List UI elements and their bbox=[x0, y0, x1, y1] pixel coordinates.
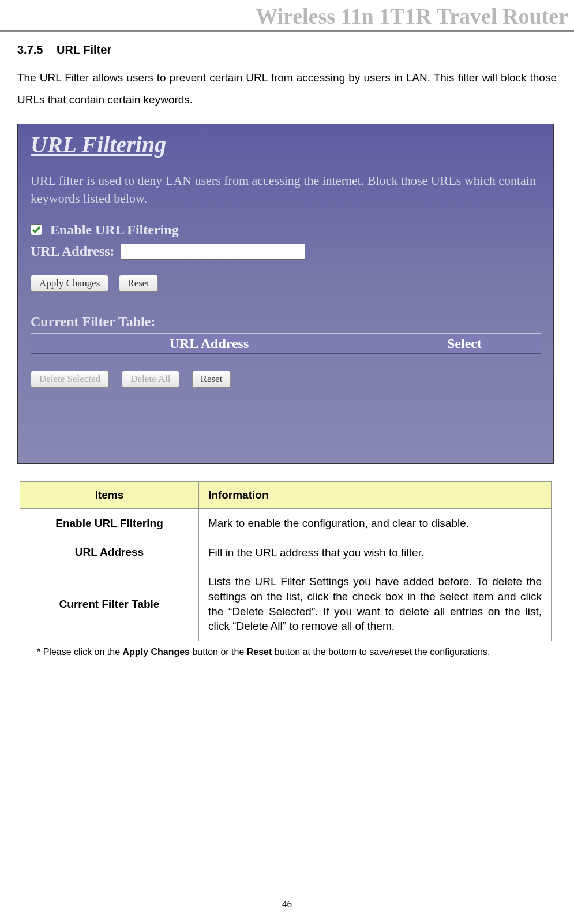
filter-th-url: URL Address bbox=[31, 334, 388, 353]
panel-title: URL Filtering bbox=[31, 131, 541, 158]
section-heading: 3.7.5 URL Filter bbox=[17, 43, 557, 57]
enable-filtering-checkbox[interactable] bbox=[31, 224, 42, 235]
filter-th-select: Select bbox=[388, 334, 541, 353]
table-row: URL Address Fill in the URL address that… bbox=[20, 538, 552, 567]
header-title: Wireless 11n 1T1R Travel Router bbox=[256, 4, 568, 28]
apply-changes-button[interactable]: Apply Changes bbox=[31, 275, 108, 292]
url-address-input[interactable] bbox=[121, 244, 305, 260]
item-name: Current Filter Table bbox=[20, 567, 199, 641]
item-info: Lists the URL Filter Settings you have a… bbox=[199, 567, 552, 641]
page-header: Wireless 11n 1T1R Travel Router bbox=[0, 0, 574, 32]
section-number: 3.7.5 bbox=[17, 43, 43, 57]
panel-description: URL filter is used to deny LAN users fro… bbox=[31, 172, 541, 208]
section-title: URL Filter bbox=[57, 43, 111, 56]
reset-button-2[interactable]: Reset bbox=[192, 371, 231, 388]
delete-all-button[interactable]: Delete All bbox=[122, 371, 179, 388]
reset-button[interactable]: Reset bbox=[119, 275, 158, 292]
footnote-mid: button or the bbox=[190, 647, 247, 657]
table-row: Current Filter Table Lists the URL Filte… bbox=[20, 567, 552, 641]
url-address-label: URL Address: bbox=[31, 244, 115, 259]
info-table: Items Information Enable URL Filtering M… bbox=[20, 481, 552, 641]
th-information: Information bbox=[199, 482, 552, 509]
table-row: Enable URL Filtering Mark to enable the … bbox=[20, 509, 552, 538]
footnote-prefix: * Please click on the bbox=[37, 647, 123, 657]
check-icon bbox=[32, 225, 41, 234]
table-header-row: Items Information bbox=[20, 482, 552, 509]
current-filter-table-label: Current Filter Table: bbox=[31, 314, 541, 330]
button-row-1: Apply Changes Reset bbox=[31, 275, 541, 292]
router-ui-screenshot: URL Filtering URL filter is used to deny… bbox=[17, 124, 554, 464]
enable-filtering-label: Enable URL Filtering bbox=[50, 222, 179, 238]
th-items: Items bbox=[20, 482, 199, 509]
delete-selected-button[interactable]: Delete Selected bbox=[31, 371, 109, 388]
enable-filtering-row: Enable URL Filtering bbox=[31, 222, 541, 238]
filter-table-header: URL Address Select bbox=[31, 333, 541, 354]
url-address-row: URL Address: bbox=[31, 244, 541, 260]
item-info: Mark to enable the configuration, and cl… bbox=[199, 509, 552, 538]
footnote: * Please click on the Apply Changes butt… bbox=[37, 647, 557, 657]
page-number: 46 bbox=[0, 899, 574, 910]
intro-paragraph: The URL Filter allows users to prevent c… bbox=[17, 67, 557, 111]
button-row-2: Delete Selected Delete All Reset bbox=[31, 371, 541, 388]
item-name: Enable URL Filtering bbox=[20, 509, 199, 538]
item-info: Fill in the URL address that you wish to… bbox=[199, 538, 552, 567]
item-name: URL Address bbox=[20, 538, 199, 567]
footnote-bold-2: Reset bbox=[247, 647, 272, 657]
footnote-bold-1: Apply Changes bbox=[123, 647, 190, 657]
footnote-suffix: button at the bottom to save/reset the c… bbox=[272, 647, 490, 657]
divider bbox=[31, 214, 541, 214]
